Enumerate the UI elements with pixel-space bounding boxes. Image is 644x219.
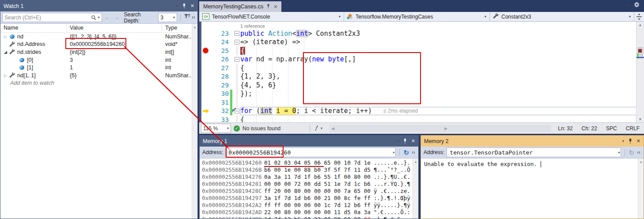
gear-icon[interactable]: [634, 1, 640, 9]
breakpoint-margin[interactable]: [201, 64, 210, 72]
memory1-scrollbar[interactable]: ▲: [413, 159, 418, 219]
pin-icon[interactable]: [628, 139, 633, 144]
member-dropdown[interactable]: Constant2x3 ▾: [490, 12, 634, 21]
type-dropdown[interactable]: Tensorflow.MemoryTestingCases ▾: [344, 12, 490, 21]
fold-margin[interactable]: [233, 115, 240, 122]
fold-margin[interactable]: −: [233, 38, 240, 47]
close-icon[interactable]: ✕: [411, 138, 415, 144]
code-text[interactable]: var nd = np.array(new byte[,]: [240, 55, 644, 64]
code-text[interactable]: public Action<int> Constant2x3: [240, 29, 644, 38]
code-text[interactable]: for (int i = 0; i < iterate; i++)≤ 2ms e…: [240, 107, 644, 116]
window-menu-icon[interactable]: ▾: [397, 139, 399, 143]
search-depth-select[interactable]: 3 ▾: [158, 13, 177, 22]
fold-margin[interactable]: [233, 81, 240, 90]
back-icon[interactable]: ←: [104, 14, 111, 21]
editor-scrollbar[interactable]: ▲ ▼: [636, 22, 644, 122]
code-text[interactable]: {1, 2, 3},: [240, 72, 644, 81]
breakpoint-margin[interactable]: [201, 72, 210, 81]
search-input[interactable]: Search (Ctrl+E) ▾: [2, 13, 102, 22]
expander-icon[interactable]: ◢: [3, 50, 8, 54]
close-icon[interactable]: ✕: [636, 138, 640, 144]
code-line[interactable]: 24− => (iterate) =>: [201, 38, 644, 47]
column-name[interactable]: Name: [0, 24, 67, 32]
add-watch-item[interactable]: Add item to watch: [0, 79, 197, 87]
memory2-titlebar[interactable]: Memory 2 ▾ ✕: [421, 136, 644, 147]
watch-scrollbar[interactable]: ▲: [192, 24, 197, 219]
fold-margin[interactable]: [233, 46, 240, 55]
breakpoint-margin[interactable]: [201, 90, 210, 98]
code-line[interactable]: 28 {1, 2, 3},: [201, 72, 644, 81]
window-menu-icon[interactable]: ▾: [622, 139, 624, 143]
code-text[interactable]: {: [240, 115, 644, 122]
fold-margin[interactable]: [233, 23, 240, 29]
refresh-icon[interactable]: ↻: [403, 149, 409, 156]
pin-icon[interactable]: [266, 4, 270, 10]
memory2-scrollbar[interactable]: ▲: [638, 159, 644, 219]
watch-row[interactable]: ▷nd[1, 1]{5}NumShar...: [0, 72, 197, 79]
expander-icon[interactable]: ▷: [3, 73, 8, 78]
code-cleanup-icon[interactable]: ▾: [314, 125, 322, 131]
fold-margin[interactable]: [233, 72, 240, 81]
memory2-content[interactable]: Unable to evaluate the expression. ▲: [421, 159, 644, 219]
code-line[interactable]: 32− for (int i = 0; i < iterate; i++)≤ 2…: [201, 107, 644, 116]
window-menu-icon[interactable]: ▾: [176, 4, 178, 8]
watch-value[interactable]: 1: [67, 64, 162, 71]
tab-memorytestingcases[interactable]: MemoryTestingCases.cs ✕: [199, 1, 281, 12]
toolbar-overflow-icon[interactable]: [637, 151, 640, 154]
forward-icon[interactable]: →: [113, 14, 121, 21]
watch-value[interactable]: {int[2]}: [67, 49, 162, 55]
project-dropdown[interactable]: C# TensorFlowNET.Console ▾: [199, 12, 344, 21]
memory-row[interactable]: 0x000002556B1942B81d 7d 13 b6 00 23 00 8…: [202, 216, 418, 219]
watch-row[interactable]: ◢nd.strides{int[2]}int[]: [0, 48, 197, 56]
code-line[interactable]: 33 {: [201, 115, 644, 122]
memory1-content[interactable]: 0x000002556B19426001 02 03 04 05 06 65 0…: [200, 159, 418, 219]
memory-row[interactable]: 0x000002556B1942A2ff ff 00 00 00 00 1c 7…: [202, 202, 418, 209]
issues-status[interactable]: No issues found: [242, 125, 280, 132]
tab-list-icon[interactable]: ▾: [627, 4, 629, 8]
breakpoint-margin[interactable]: [201, 98, 210, 107]
watch-row[interactable]: nd.Address0x000002556b194260void*: [0, 41, 197, 49]
code-line[interactable]: 26− var nd = np.array(new byte[,]: [201, 55, 644, 64]
code-line[interactable]: 29 {4, 5, 6}: [201, 81, 644, 90]
horizontal-scrollbar[interactable]: ◀▶: [330, 125, 551, 132]
close-icon[interactable]: ✕: [273, 4, 277, 10]
breakpoint-margin[interactable]: [201, 38, 210, 47]
address-input[interactable]: [227, 149, 391, 156]
filter-icon[interactable]: [184, 14, 190, 21]
code-text[interactable]: 1 reference: [240, 23, 644, 29]
code-text[interactable]: [240, 98, 644, 107]
watch-value[interactable]: 3: [67, 57, 162, 63]
memory-row[interactable]: 0x000002556B19426001 02 03 04 05 06 65 0…: [202, 159, 418, 166]
breakpoint-icon[interactable]: [203, 48, 208, 53]
memory1-titlebar[interactable]: Memory 1 ▾ ✕: [200, 136, 418, 147]
search-options-icon[interactable]: ▾: [98, 15, 100, 19]
memory-row[interactable]: 0x000002556B19426Bb6 00 1e 00 88 b0 3f 5…: [202, 166, 418, 174]
watch-value[interactable]: 0x000002556b194260: [67, 41, 162, 47]
watch-row[interactable]: [1]1int: [0, 64, 197, 72]
memory-row[interactable]: 0x000002556B19428Cff 20 00 80 00 00 00 0…: [202, 188, 418, 195]
breakpoint-margin[interactable]: [201, 46, 210, 55]
code-text[interactable]: {: [240, 64, 644, 72]
status-crlf[interactable]: CRLF: [626, 125, 640, 132]
fold-margin[interactable]: −: [233, 55, 240, 64]
codelens-line[interactable]: 1 reference: [201, 23, 644, 29]
code-line[interactable]: 23− public Action<int> Constant2x3: [201, 29, 644, 38]
watch-row[interactable]: ▷nd{[[1, 2, 3], [4, 5, 6]]}NumShar...: [0, 33, 197, 41]
chevron-down-icon[interactable]: ▾: [393, 151, 394, 155]
watch-row[interactable]: [0]3int: [0, 56, 197, 64]
toolbar-overflow-icon[interactable]: [192, 16, 195, 19]
watch-value[interactable]: {[[1, 2, 3], [4, 5, 6]]}: [67, 34, 162, 40]
code-line[interactable]: 31: [201, 98, 644, 107]
scroll-up-icon[interactable]: ▲: [636, 23, 644, 27]
code-editor[interactable]: 1 reference23− public Action<int> Consta…: [199, 22, 644, 122]
fold-margin[interactable]: [233, 64, 240, 72]
breakpoint-margin[interactable]: [201, 29, 210, 38]
breakpoint-margin[interactable]: [201, 55, 210, 64]
address-combo[interactable]: ▾: [225, 147, 396, 157]
code-line[interactable]: 30 });: [201, 90, 644, 98]
close-icon[interactable]: ✕: [190, 3, 194, 9]
fold-margin[interactable]: [233, 90, 240, 98]
address-combo[interactable]: ▾: [447, 147, 621, 157]
status-column[interactable]: Ch: 22: [582, 125, 597, 132]
status-spc[interactable]: SPC: [606, 125, 617, 132]
